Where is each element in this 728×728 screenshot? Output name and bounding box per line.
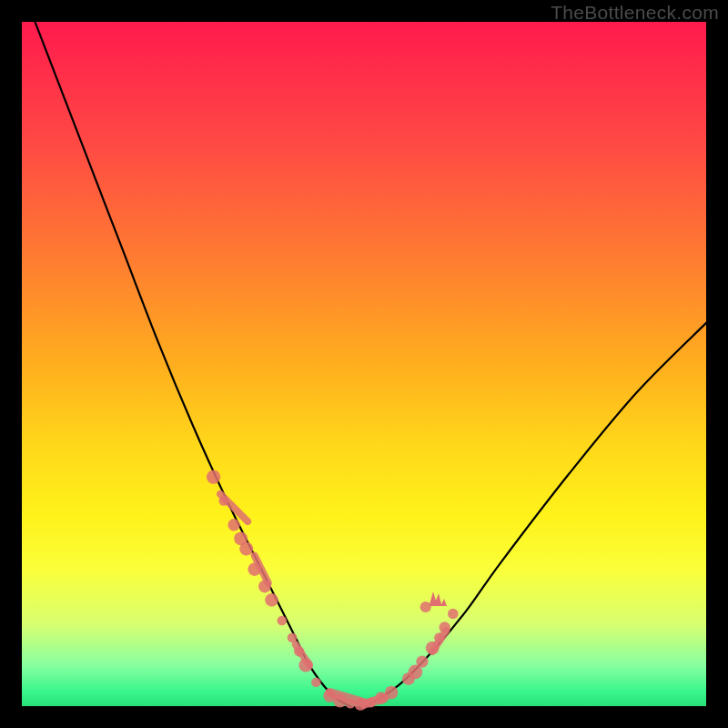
watermark-text: TheBottleneck.com xyxy=(551,2,719,24)
sample-point xyxy=(311,677,321,687)
sample-point xyxy=(416,656,428,668)
jitter-mark xyxy=(430,592,447,606)
sample-point xyxy=(228,519,239,531)
plot-area xyxy=(22,22,706,706)
sample-point xyxy=(265,593,278,607)
sample-point xyxy=(239,542,253,556)
chart-frame: TheBottleneck.com xyxy=(0,0,728,728)
sample-point xyxy=(420,602,431,612)
sample-point xyxy=(207,470,220,483)
sample-points xyxy=(207,470,459,710)
sample-blob xyxy=(364,698,385,704)
curve-layer xyxy=(22,22,706,706)
sample-point xyxy=(448,609,459,620)
bottleneck-curve xyxy=(22,0,706,708)
sample-blob xyxy=(220,494,248,521)
sample-point xyxy=(278,616,288,626)
